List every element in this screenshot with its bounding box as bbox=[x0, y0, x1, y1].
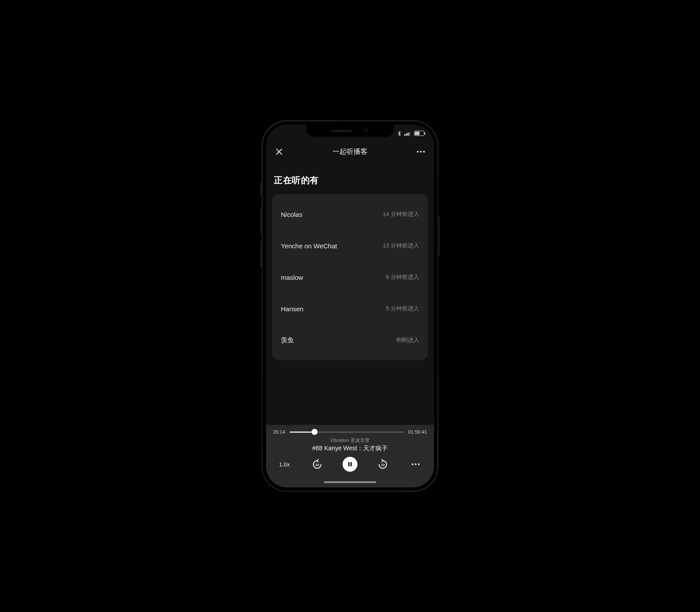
svg-rect-2 bbox=[408, 132, 409, 136]
listener-joined: 14 分钟前进入 bbox=[383, 210, 419, 218]
power-button[interactable] bbox=[438, 216, 440, 256]
nav-bar: 一起听播客 bbox=[266, 142, 434, 161]
volume-up-button[interactable] bbox=[260, 208, 262, 234]
skip-forward-button[interactable]: 10 bbox=[374, 459, 392, 470]
home-indicator[interactable] bbox=[266, 480, 434, 487]
episode-title: #88 Kanye West：天才疯子 bbox=[273, 445, 427, 452]
listener-joined: 6 分钟前进入 bbox=[386, 273, 419, 281]
page-title: 一起听播客 bbox=[332, 147, 368, 156]
listener-name: maslow bbox=[281, 274, 303, 281]
player-controls: 1.0x 10 bbox=[273, 457, 427, 472]
signal-icon bbox=[404, 131, 411, 136]
listener-name: 羡鱼 bbox=[281, 336, 294, 344]
now-playing: Vibration 歪波音室 #88 Kanye West：天才疯子 bbox=[273, 437, 427, 452]
progress-track[interactable] bbox=[290, 431, 404, 433]
play-pause-button[interactable] bbox=[341, 457, 359, 472]
player-bar: 26:14 01:56:41 Vibration 歪波音室 #88 Kanye … bbox=[266, 425, 434, 480]
progress-thumb[interactable] bbox=[312, 429, 318, 435]
listener-name: Hansen bbox=[281, 305, 304, 313]
screen: 49 一起听播客 正在听的有 Nicolas 14 分钟前进入 Yenche bbox=[266, 125, 434, 487]
svg-rect-3 bbox=[409, 132, 410, 136]
total-time: 01:56:41 bbox=[408, 429, 427, 435]
section-title: 正在听的有 bbox=[274, 174, 428, 186]
listener-name: Nicolas bbox=[281, 211, 302, 218]
more-icon bbox=[412, 463, 420, 465]
listener-row: Yenche on WeChat 13 分钟前进入 bbox=[281, 230, 419, 261]
skip-back-amount: 10 bbox=[308, 459, 326, 470]
listener-name: Yenche on WeChat bbox=[281, 242, 337, 250]
skip-back-button[interactable]: 10 bbox=[308, 459, 326, 470]
content-area: 正在听的有 Nicolas 14 分钟前进入 Yenche on WeChat … bbox=[266, 161, 434, 425]
battery-indicator: 49 bbox=[414, 131, 424, 136]
listener-joined: 刚刚进入 bbox=[396, 336, 419, 344]
front-camera bbox=[364, 129, 369, 133]
bluetooth-icon bbox=[397, 131, 402, 136]
more-button[interactable] bbox=[415, 146, 427, 158]
svg-rect-0 bbox=[404, 134, 406, 136]
notch bbox=[306, 125, 394, 137]
player-more-button[interactable] bbox=[407, 463, 424, 465]
earpiece-speaker bbox=[331, 130, 352, 132]
mute-switch[interactable] bbox=[260, 181, 262, 195]
skip-forward-amount: 10 bbox=[374, 459, 392, 470]
playback-speed-button[interactable]: 1.0x bbox=[276, 461, 293, 468]
listeners-card: Nicolas 14 分钟前进入 Yenche on WeChat 13 分钟前… bbox=[272, 194, 428, 360]
svg-rect-1 bbox=[406, 133, 407, 136]
close-button[interactable] bbox=[273, 146, 285, 158]
phone-frame: 49 一起听播客 正在听的有 Nicolas 14 分钟前进入 Yenche bbox=[262, 120, 438, 492]
battery-percent: 49 bbox=[414, 131, 424, 136]
svg-rect-5 bbox=[350, 462, 352, 466]
pause-icon bbox=[343, 457, 357, 472]
svg-rect-4 bbox=[348, 462, 350, 466]
more-icon bbox=[417, 151, 425, 153]
elapsed-time: 26:14 bbox=[273, 429, 285, 435]
listener-row: 羡鱼 刚刚进入 bbox=[281, 324, 419, 356]
listener-row: Hansen 5 分钟前进入 bbox=[281, 293, 419, 324]
listener-joined: 5 分钟前进入 bbox=[386, 305, 419, 313]
show-name: Vibration 歪波音室 bbox=[273, 437, 427, 444]
listener-row: maslow 6 分钟前进入 bbox=[281, 261, 419, 293]
progress-row: 26:14 01:56:41 bbox=[273, 429, 427, 435]
listener-row: Nicolas 14 分钟前进入 bbox=[281, 198, 419, 230]
progress-fill bbox=[290, 431, 315, 433]
volume-down-button[interactable] bbox=[260, 240, 262, 267]
listener-joined: 13 分钟前进入 bbox=[383, 242, 419, 250]
